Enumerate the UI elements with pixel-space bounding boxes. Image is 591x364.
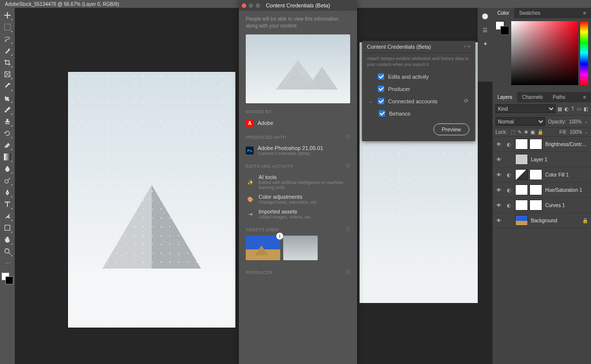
panel-menu-icon[interactable]: ≡ <box>578 92 591 102</box>
tool-marquee[interactable] <box>2 22 13 32</box>
layer-mask[interactable] <box>529 200 542 211</box>
opt-connected[interactable]: ⌄ Connected accounts ⟳ <box>362 95 475 107</box>
tool-wand[interactable] <box>2 45 13 56</box>
tool-more[interactable]: ⋯ <box>2 258 13 269</box>
tab-paths[interactable]: Paths <box>548 92 570 102</box>
checkbox-icon[interactable] <box>379 110 385 117</box>
tool-type[interactable] <box>2 199 13 210</box>
opt-producer[interactable]: Producer <box>362 83 475 95</box>
filter-shape-icon[interactable]: ▭ <box>577 106 581 112</box>
tool-history-brush[interactable] <box>2 128 13 139</box>
min-dot-icon[interactable] <box>249 3 253 8</box>
layer-row[interactable]: 👁 ◐ Hue/Saturation 1 <box>492 182 591 198</box>
tool-shape[interactable] <box>2 222 13 233</box>
visibility-icon[interactable]: 👁 <box>495 187 502 193</box>
tool-dodge[interactable] <box>2 175 13 186</box>
tool-lasso[interactable] <box>2 33 13 44</box>
checkbox-icon[interactable] <box>378 73 384 80</box>
layer-kind-filter[interactable]: Kind <box>495 104 556 113</box>
lock-position-icon[interactable]: ✥ <box>524 129 528 135</box>
checkbox-icon[interactable] <box>378 86 384 92</box>
layer-mask[interactable] <box>529 184 542 195</box>
layer-thumb[interactable] <box>515 154 528 165</box>
panel-menu-icon[interactable]: ≡ <box>578 8 591 18</box>
close-dot-icon[interactable] <box>242 3 246 8</box>
info-icon[interactable]: ⓘ <box>346 134 350 140</box>
layer-row[interactable]: 👁 ◐ Curves 1 <box>492 198 591 213</box>
opt-behance[interactable]: Behance <box>362 107 475 120</box>
tab-swatches[interactable]: Swatches <box>514 8 545 18</box>
visibility-icon[interactable]: 👁 <box>495 172 502 178</box>
layer-thumb[interactable] <box>515 139 528 150</box>
layer-thumb[interactable] <box>515 200 528 211</box>
filter-adjust-icon[interactable]: ◐ <box>564 106 569 112</box>
tool-move[interactable] <box>2 10 13 21</box>
visibility-icon[interactable]: 👁 <box>495 218 502 223</box>
fg-bg-swatches[interactable] <box>495 21 509 35</box>
credentials-icon[interactable]: ✦ <box>481 39 490 48</box>
info-badge-icon[interactable]: i <box>276 233 283 240</box>
modal-titlebar[interactable]: Content Credentials (Beta) <box>239 0 357 11</box>
layer-mask[interactable] <box>529 139 542 150</box>
filter-type-icon[interactable]: T <box>571 106 574 112</box>
info-icon[interactable]: ⓘ <box>346 226 350 233</box>
tool-brush[interactable] <box>2 104 13 115</box>
opt-edits[interactable]: Edits and activity <box>362 70 475 83</box>
refresh-icon[interactable]: ⟳ <box>464 98 468 104</box>
properties-icon[interactable]: ☰ <box>481 26 490 34</box>
filter-smart-icon[interactable]: ◧ <box>584 106 588 112</box>
window-controls[interactable] <box>242 3 260 8</box>
tool-gradient[interactable] <box>2 152 13 162</box>
tool-zoom[interactable] <box>2 246 13 257</box>
tool-eyedropper[interactable] <box>2 81 13 91</box>
tool-blur[interactable] <box>2 163 13 174</box>
tool-heal[interactable] <box>2 92 13 103</box>
layer-row[interactable]: 👁 ◐ Color Fill 1 <box>492 167 591 182</box>
filter-pixel-icon[interactable]: ▦ <box>558 106 562 112</box>
lock-transparency-icon[interactable]: ⬚ <box>511 129 515 135</box>
tool-pen[interactable] <box>2 187 13 198</box>
tool-hand[interactable] <box>2 234 13 245</box>
color-picker[interactable] <box>492 18 591 92</box>
preview-button[interactable]: Preview <box>433 123 469 135</box>
lock-all-icon[interactable]: 🔒 <box>537 129 543 135</box>
layer-row[interactable]: 👁 Layer 1 <box>492 152 591 167</box>
canvas-document[interactable] <box>68 72 235 328</box>
lock-pixels-icon[interactable]: ✎ <box>518 129 522 135</box>
visibility-icon[interactable]: 👁 <box>495 142 502 147</box>
asset-thumb[interactable]: i <box>246 236 280 260</box>
history-icon[interactable]: 🕘 <box>481 12 490 21</box>
layer-row-background[interactable]: 👁 Background 🔒 <box>492 213 591 228</box>
color-field[interactable] <box>511 21 578 85</box>
asset-thumb[interactable] <box>283 236 318 260</box>
lock-icon[interactable]: 🔒 <box>582 218 588 223</box>
fill-value[interactable]: 100% <box>569 129 582 135</box>
tool-eraser[interactable] <box>2 140 13 151</box>
max-dot-icon[interactable] <box>256 3 260 8</box>
visibility-icon[interactable]: 👁 <box>495 203 502 208</box>
opacity-value[interactable]: 100% <box>569 119 582 124</box>
layer-mask[interactable] <box>529 169 542 180</box>
visibility-icon[interactable]: 👁 <box>495 157 502 162</box>
tool-frame[interactable] <box>2 69 13 80</box>
info-icon[interactable]: ⓘ <box>346 163 350 169</box>
blend-mode-select[interactable]: Normal <box>495 117 545 126</box>
layer-thumb[interactable] <box>515 184 528 195</box>
layer-row[interactable]: 👁 ◐ Brightness/Contrast 1 <box>492 137 591 152</box>
panel-menu-icon[interactable]: ›› ≡ <box>463 44 470 50</box>
layer-thumb[interactable] <box>515 169 528 180</box>
info-icon[interactable]: ⓘ <box>346 269 350 275</box>
hue-slider[interactable] <box>580 21 588 85</box>
chevron-down-icon[interactable]: ⌄ <box>369 99 374 104</box>
tab-layers[interactable]: Layers <box>492 92 517 102</box>
fg-bg-swatches[interactable] <box>1 273 13 284</box>
tool-palette: ⋯ <box>0 8 15 364</box>
lock-artboard-icon[interactable]: ▣ <box>530 129 535 135</box>
tool-stamp[interactable] <box>2 116 13 127</box>
checkbox-icon[interactable] <box>378 98 384 104</box>
tool-path[interactable] <box>2 211 13 221</box>
layer-thumb[interactable] <box>515 215 528 226</box>
tab-color[interactable]: Color <box>492 8 514 18</box>
tool-crop[interactable] <box>2 57 13 68</box>
tab-channels[interactable]: Channels <box>517 92 548 102</box>
